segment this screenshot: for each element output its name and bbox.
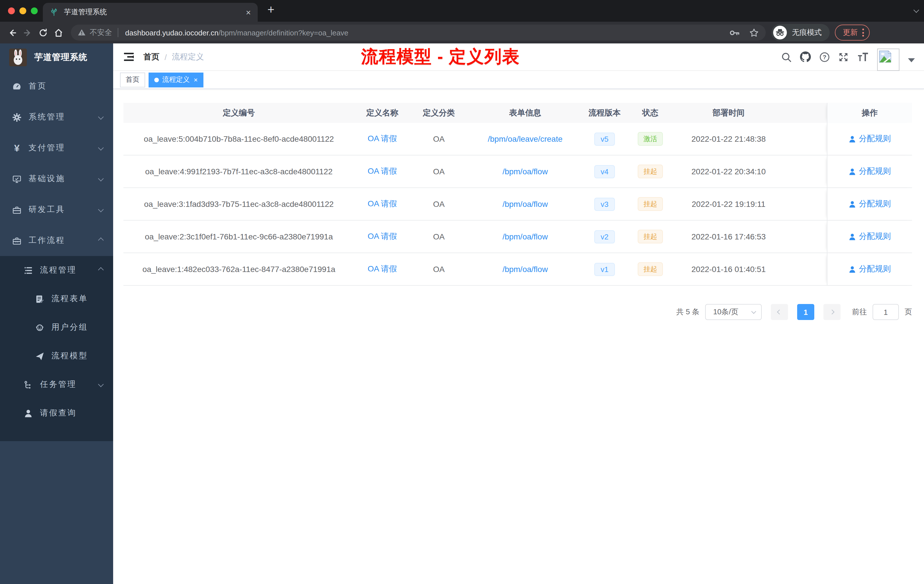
sidebar-logo[interactable]: 芋道管理系统 bbox=[0, 43, 113, 71]
navbar-actions: ? bbox=[781, 43, 915, 71]
forward-button[interactable] bbox=[20, 25, 35, 41]
sidebar-item-process-form[interactable]: 流程表单 bbox=[0, 285, 113, 313]
sidebar-item-system[interactable]: 系统管理 bbox=[0, 102, 113, 133]
next-page-button[interactable] bbox=[823, 304, 841, 320]
sidebar-item-task-management[interactable]: 任务管理 bbox=[0, 370, 113, 399]
goto-page-input[interactable] bbox=[873, 304, 899, 320]
cell-deploy-time: 2022-01-22 19:19:11 bbox=[674, 188, 783, 220]
cell-category: OA bbox=[410, 188, 467, 220]
assign-rule-button[interactable]: 分配规则 bbox=[848, 264, 891, 274]
sidebar-item-payment[interactable]: ¥ 支付管理 bbox=[0, 133, 113, 163]
chevron-up-icon bbox=[98, 237, 104, 243]
person-icon bbox=[24, 409, 33, 417]
dashboard-icon bbox=[13, 82, 21, 91]
status-badge: 激活 bbox=[638, 132, 663, 146]
definition-name-link[interactable]: OA 请假 bbox=[368, 231, 397, 242]
user-group-icon bbox=[35, 323, 44, 332]
version-badge: v2 bbox=[594, 230, 615, 243]
search-icon[interactable] bbox=[781, 52, 792, 62]
page-unit-label: 页 bbox=[904, 307, 912, 317]
window-close-button[interactable] bbox=[8, 7, 15, 14]
document-edit-icon bbox=[35, 295, 44, 303]
table-header-row: 定义编号 定义名称 定义分类 表单信息 流程版本 状态 部署时间 操作 bbox=[124, 103, 912, 123]
main-area: 首页 / 流程定义 流程模型 - 定义列表 ? bbox=[113, 43, 924, 584]
toolbox-icon bbox=[13, 205, 21, 214]
browser-update-button[interactable]: 更新 bbox=[835, 25, 870, 41]
window-zoom-button[interactable] bbox=[31, 7, 38, 14]
sidebar-item-infrastructure[interactable]: 基础设施 bbox=[0, 163, 113, 194]
font-size-icon[interactable] bbox=[857, 52, 869, 62]
table-row: oa_leave:1:482ec033-762a-11ec-8477-a2380… bbox=[124, 253, 912, 286]
form-link[interactable]: /bpm/oa/flow bbox=[503, 200, 548, 209]
sidebar-item-process-model[interactable]: 流程模型 bbox=[0, 342, 113, 370]
page-size-select[interactable]: 10条/页 bbox=[705, 304, 762, 320]
tag-close-icon[interactable]: × bbox=[194, 76, 198, 84]
col-actions: 操作 bbox=[827, 103, 912, 123]
new-tab-button[interactable]: + bbox=[267, 3, 275, 16]
sidebar-item-workflow[interactable]: 工作流程 bbox=[0, 225, 113, 256]
browser-menu-icon[interactable] bbox=[862, 28, 864, 36]
gear-icon bbox=[13, 113, 21, 121]
sidebar-item-dev-tools[interactable]: 研发工具 bbox=[0, 194, 113, 225]
avatar[interactable] bbox=[877, 49, 899, 71]
avatar-caret-icon[interactable] bbox=[908, 58, 915, 62]
breadcrumb-home[interactable]: 首页 bbox=[144, 52, 159, 62]
bookmark-star-icon[interactable] bbox=[749, 28, 759, 38]
tag-home[interactable]: 首页 bbox=[120, 72, 145, 87]
update-label[interactable]: 更新 bbox=[843, 27, 858, 38]
form-link[interactable]: /bpm/oa/flow bbox=[503, 167, 548, 176]
assign-rule-button[interactable]: 分配规则 bbox=[848, 166, 891, 177]
definition-name-link[interactable]: OA 请假 bbox=[368, 166, 397, 177]
user-icon bbox=[848, 168, 856, 175]
github-icon[interactable] bbox=[800, 51, 811, 62]
prev-page-button[interactable] bbox=[771, 304, 788, 320]
fullscreen-icon[interactable] bbox=[838, 52, 848, 62]
tag-process-definition[interactable]: 流程定义 × bbox=[148, 72, 203, 87]
form-link[interactable]: /bpm/oa/flow bbox=[503, 265, 548, 274]
status-badge: 挂起 bbox=[638, 165, 663, 178]
tab-close-icon[interactable]: × bbox=[246, 8, 251, 16]
user-icon bbox=[848, 233, 856, 240]
security-label[interactable]: 不安全 bbox=[90, 27, 112, 38]
form-link[interactable]: /bpm/oa/leave/create bbox=[488, 134, 563, 144]
assign-rule-button[interactable]: 分配规则 bbox=[848, 199, 891, 209]
col-status: 状态 bbox=[626, 103, 674, 123]
assign-rule-button[interactable]: 分配规则 bbox=[848, 134, 891, 144]
cell-deploy-time: 2022-01-16 17:46:53 bbox=[674, 221, 783, 252]
version-badge: v3 bbox=[594, 198, 615, 211]
table-row: oa_leave:2:3c1f0ef1-76b1-11ec-9c66-a2380… bbox=[124, 221, 912, 253]
definition-name-link[interactable]: OA 请假 bbox=[368, 264, 397, 274]
assign-rule-button[interactable]: 分配规则 bbox=[848, 231, 891, 242]
status-badge: 挂起 bbox=[638, 262, 663, 276]
chevron-up-icon bbox=[98, 267, 104, 272]
tab-search-chevron-icon[interactable] bbox=[913, 7, 919, 13]
sidebar-item-leave-query[interactable]: 请假查询 bbox=[0, 399, 113, 427]
sidebar-item-user-group[interactable]: 用户分组 bbox=[0, 313, 113, 342]
goto-label: 前往 bbox=[852, 307, 867, 317]
col-filler bbox=[783, 103, 827, 123]
chevron-down-icon bbox=[98, 206, 104, 212]
sidebar-menu: 首页 系统管理 bbox=[0, 71, 113, 441]
sidebar-item-process-management[interactable]: 流程管理 bbox=[0, 256, 113, 285]
form-link[interactable]: /bpm/oa/flow bbox=[503, 232, 548, 241]
annotation-title: 流程模型 - 定义列表 bbox=[361, 45, 520, 69]
chevron-left-icon bbox=[777, 310, 782, 315]
password-key-icon[interactable] bbox=[729, 28, 740, 37]
sidebar-item-home[interactable]: 首页 bbox=[0, 71, 113, 102]
version-badge: v5 bbox=[594, 132, 615, 145]
browser-toolbar: 不安全 dashboard.yudao.iocoder.cn/bpm/manag… bbox=[0, 22, 924, 43]
browser-tab[interactable]: 芋道管理系统 × bbox=[43, 3, 258, 22]
url-bar[interactable]: 不安全 dashboard.yudao.iocoder.cn/bpm/manag… bbox=[71, 25, 766, 41]
reload-button[interactable] bbox=[35, 25, 51, 41]
current-page-button[interactable]: 1 bbox=[797, 304, 814, 320]
cell-deploy-time: 2022-01-16 01:40:51 bbox=[674, 253, 783, 285]
monitor-icon bbox=[13, 175, 21, 183]
hamburger-icon[interactable] bbox=[124, 52, 134, 62]
home-button[interactable] bbox=[51, 25, 66, 41]
help-icon[interactable]: ? bbox=[819, 52, 830, 62]
definition-name-link[interactable]: OA 请假 bbox=[368, 199, 397, 209]
window-minimize-button[interactable] bbox=[20, 7, 26, 14]
url-text[interactable]: dashboard.yudao.iocoder.cn/bpm/manager/d… bbox=[125, 28, 729, 37]
definition-name-link[interactable]: OA 请假 bbox=[368, 134, 397, 144]
back-button[interactable] bbox=[5, 25, 20, 41]
